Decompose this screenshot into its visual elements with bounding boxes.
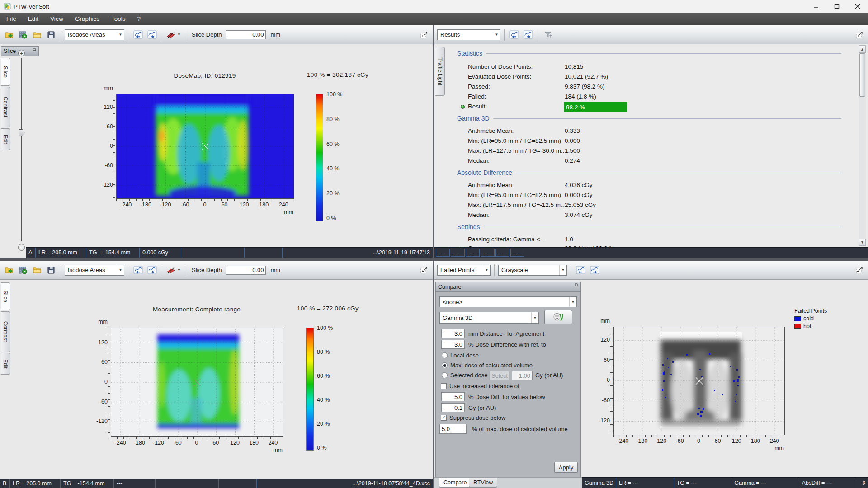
minimize-button[interactable] bbox=[806, 0, 826, 13]
curve-forward-icon[interactable] bbox=[522, 28, 534, 41]
open-folder-icon[interactable] bbox=[31, 28, 43, 41]
open-folder-icon[interactable] bbox=[31, 264, 43, 276]
tab-edit[interactable]: Edit bbox=[1, 128, 10, 150]
tolerance-gy-input[interactable] bbox=[441, 403, 465, 412]
curve-back-icon[interactable] bbox=[575, 264, 587, 276]
apply-button[interactable]: Apply bbox=[554, 462, 578, 473]
slice-slider-handle[interactable] bbox=[19, 129, 25, 136]
curve-back-icon[interactable] bbox=[508, 28, 520, 41]
select-dose-button[interactable]: Select bbox=[489, 371, 510, 380]
open-data-matrix-icon[interactable] bbox=[17, 28, 29, 41]
suppress-dose-checkbox[interactable]: ✓ bbox=[441, 415, 447, 421]
scroll-down-icon[interactable]: ▼ bbox=[859, 239, 866, 246]
toolbar-separator bbox=[538, 29, 538, 41]
suppress-dose-label[interactable]: Suppress dose below bbox=[449, 414, 505, 421]
compare-method-select[interactable]: Gamma 3D▼ bbox=[439, 312, 539, 324]
gamma-calc-button[interactable] bbox=[544, 310, 572, 324]
expand-view-icon[interactable] bbox=[418, 28, 430, 41]
tab-contrast-label: Contrast bbox=[2, 97, 9, 117]
tab-slice[interactable]: Slice bbox=[1, 282, 10, 310]
save-icon[interactable] bbox=[45, 264, 57, 276]
display-mode-select[interactable]: Isodose Areas▼ bbox=[65, 29, 124, 40]
open-measurement-icon[interactable] bbox=[3, 264, 15, 276]
tick-label: -60 bbox=[90, 155, 113, 175]
curve-forward-icon[interactable] bbox=[146, 264, 158, 276]
slice-depth-input[interactable] bbox=[226, 266, 266, 275]
scroll-up-icon[interactable]: ▲ bbox=[859, 46, 866, 53]
slice-slider-track[interactable] bbox=[21, 58, 22, 241]
menu-edit[interactable]: Edit bbox=[28, 15, 38, 22]
menu-view[interactable]: View bbox=[50, 15, 63, 22]
map-c-canvas[interactable] bbox=[613, 327, 785, 435]
curve-forward-icon[interactable] bbox=[589, 264, 601, 276]
compare-dataset-select[interactable]: <none>▼ bbox=[439, 296, 577, 307]
display-mode-select[interactable]: Isodose Areas▼ bbox=[65, 265, 124, 276]
results-scrollbar[interactable]: ▲ ▼ bbox=[859, 45, 866, 246]
dta-input[interactable] bbox=[441, 329, 465, 338]
menu-file[interactable]: File bbox=[6, 15, 16, 22]
tab-contrast[interactable]: Contrast bbox=[1, 311, 10, 352]
slice-slider-minus-button[interactable]: − bbox=[18, 244, 25, 251]
slice-plane-icon[interactable]: ▼ bbox=[166, 264, 181, 276]
map-b-canvas[interactable] bbox=[111, 328, 283, 437]
tolerance-input[interactable] bbox=[441, 392, 465, 401]
selected-dose-radio[interactable] bbox=[442, 372, 448, 378]
pin-icon[interactable] bbox=[32, 48, 36, 55]
selected-dose-input[interactable] bbox=[512, 371, 533, 380]
save-icon[interactable] bbox=[45, 28, 57, 41]
expand-view-icon[interactable] bbox=[853, 264, 865, 276]
max-dose-label[interactable]: Max. dose of calculated volume bbox=[450, 362, 533, 369]
tab-contrast[interactable]: Contrast bbox=[1, 87, 10, 127]
curve-forward-icon[interactable] bbox=[146, 28, 158, 41]
slice-plane-icon[interactable]: ▼ bbox=[166, 28, 181, 41]
horizontal-splitter[interactable] bbox=[0, 258, 868, 261]
local-dose-radio[interactable] bbox=[442, 352, 448, 358]
results-mode-select[interactable]: Results▼ bbox=[437, 29, 500, 40]
expand-view-icon[interactable] bbox=[853, 28, 865, 41]
dose-diff-input[interactable] bbox=[441, 340, 465, 349]
increased-tolerance-label[interactable]: Use increased tolerance of bbox=[449, 383, 519, 389]
map-a-canvas[interactable] bbox=[116, 94, 294, 199]
map-b-colorbar-title: 100 % = 272.006 cGy bbox=[276, 305, 380, 312]
expand-view-icon[interactable] bbox=[418, 264, 430, 276]
open-data-matrix-icon[interactable] bbox=[17, 264, 29, 276]
tab-rtview[interactable]: RTView bbox=[469, 478, 497, 488]
scrollbar-thumb[interactable] bbox=[859, 53, 865, 97]
suppress-threshold-input[interactable] bbox=[439, 424, 467, 434]
menu-tools[interactable]: Tools bbox=[111, 15, 126, 22]
increased-tolerance-checkbox[interactable] bbox=[441, 383, 447, 389]
curve-back-icon[interactable] bbox=[132, 28, 144, 41]
section-settings: Settings bbox=[457, 223, 841, 230]
tick-label: -120 bbox=[149, 440, 168, 446]
menu-graphics[interactable]: Graphics bbox=[75, 15, 99, 22]
menu-help[interactable]: ? bbox=[137, 15, 141, 22]
tick-label: 120 bbox=[90, 98, 113, 117]
compare-panel-header[interactable]: Compare bbox=[436, 282, 580, 292]
local-dose-label[interactable]: Local dose bbox=[450, 352, 479, 359]
filter-icon[interactable] bbox=[542, 28, 554, 41]
file-path: ...\2019-11-19 15'47'13 bbox=[283, 248, 433, 258]
curve-back-icon[interactable] bbox=[132, 264, 144, 276]
status-dash: --- bbox=[495, 249, 509, 257]
dose-map-a-panel: Isodose Areas▼ ▼ Slice Depth mm Slice Sl… bbox=[0, 25, 433, 258]
open-measurement-icon[interactable] bbox=[3, 28, 15, 41]
palette-select[interactable]: Grayscale▼ bbox=[498, 265, 567, 276]
tab-slice[interactable]: Slice bbox=[1, 58, 10, 86]
tick-label: 100 % bbox=[317, 325, 340, 331]
tick-label: -180 bbox=[632, 438, 651, 444]
maximize-button[interactable] bbox=[826, 0, 847, 13]
close-button[interactable] bbox=[847, 0, 868, 13]
tab-edit[interactable]: Edit bbox=[1, 353, 10, 375]
selected-dose-label[interactable]: Selected dose bbox=[450, 372, 487, 379]
max-dose-radio[interactable] bbox=[442, 362, 448, 368]
status-resize-icon[interactable]: ⇕ bbox=[860, 478, 868, 488]
tick-label: 120 bbox=[727, 438, 746, 444]
toolbar-separator bbox=[128, 29, 128, 41]
tab-compare[interactable]: Compare bbox=[439, 478, 471, 488]
tick-label: -180 bbox=[136, 202, 156, 208]
pin-icon[interactable] bbox=[574, 283, 578, 290]
failed-points-select[interactable]: Failed Points▼ bbox=[437, 265, 491, 276]
tick-label: -60 bbox=[670, 438, 689, 444]
slice-depth-input[interactable] bbox=[226, 30, 266, 39]
slice-slider-plus-button[interactable]: + bbox=[18, 50, 25, 56]
